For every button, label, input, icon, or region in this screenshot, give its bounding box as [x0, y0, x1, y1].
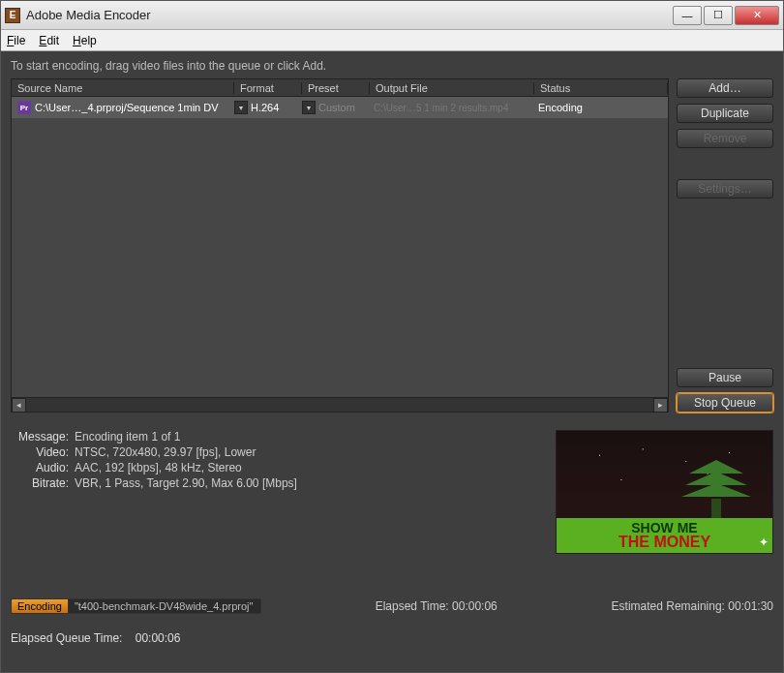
message-label: Message: [11, 430, 69, 444]
side-buttons: Add… Duplicate Remove Settings… Pause St… [677, 78, 773, 413]
nbc-logo-icon: ✦ [759, 535, 769, 549]
row-name: C:\User…_4.prproj/Sequence 1min DV [35, 102, 219, 113]
remaining-label: Estimated Remaining: [612, 599, 725, 613]
format-dropdown-icon[interactable]: ▾ [234, 101, 248, 114]
menu-edit[interactable]: Edit [39, 34, 59, 47]
bitrate-value: VBR, 1 Pass, Target 2.90, Max 6.00 [Mbps… [75, 476, 297, 490]
queue-elapsed-label: Elapsed Queue Time: [11, 631, 122, 645]
col-status[interactable]: Status [534, 82, 668, 94]
queue-row[interactable]: Pr C:\User…_4.prproj/Sequence 1min DV ▾ … [12, 97, 668, 118]
progress-row: Encoding "t400-benchmark-DV48wide_4.prpr… [11, 598, 773, 614]
menu-file[interactable]: File [7, 34, 25, 47]
queue-panel: Source Name Format Preset Output File St… [11, 78, 669, 413]
queue-elapsed-value: 00:00:06 [136, 631, 181, 645]
preview-text-2: THE MONEY [618, 535, 710, 550]
preview-thumbnail: SHOW ME THE MONEY ✦ [556, 430, 773, 554]
h-scrollbar[interactable]: ◂ ▸ [12, 397, 668, 412]
premiere-icon: Pr [17, 101, 31, 114]
menu-help[interactable]: Help [73, 34, 97, 47]
info-panel: Message:Encoding item 1 of 1 Video:NTSC,… [11, 430, 536, 554]
maximize-button[interactable]: ☐ [704, 6, 733, 25]
column-headers: Source Name Format Preset Output File St… [12, 79, 668, 97]
preview-text-1: SHOW ME [631, 521, 697, 535]
progress-file: "t400-benchmark-DV48wide_4.prproj" [68, 598, 261, 614]
close-button[interactable]: ✕ [735, 6, 779, 25]
duplicate-button[interactable]: Duplicate [677, 104, 773, 123]
audio-value: AAC, 192 [kbps], 48 kHz, Stereo [75, 461, 242, 474]
scroll-right-icon[interactable]: ▸ [653, 398, 668, 413]
col-preset[interactable]: Preset [302, 82, 370, 94]
bitrate-label: Bitrate: [11, 476, 69, 490]
row-format: H.264 [251, 102, 279, 113]
row-status: Encoding [534, 102, 668, 113]
progress-state: Encoding [11, 598, 68, 614]
add-button[interactable]: Add… [677, 78, 773, 98]
video-label: Video: [11, 445, 69, 459]
scroll-left-icon[interactable]: ◂ [12, 398, 26, 413]
row-output: C:\User…5 1 min 2 results.mp4 [370, 103, 534, 113]
settings-button: Settings… [677, 179, 773, 199]
minimize-button[interactable]: — [673, 6, 702, 25]
titlebar[interactable]: E Adobe Media Encoder — ☐ ✕ [1, 1, 783, 30]
elapsed-value: 00:00:06 [452, 599, 498, 613]
col-source-name[interactable]: Source Name [12, 82, 234, 94]
preset-dropdown-icon[interactable]: ▾ [302, 101, 316, 114]
app-icon: E [5, 8, 20, 23]
queue-elapsed: Elapsed Queue Time: 00:00:06 [11, 631, 773, 645]
audio-label: Audio: [11, 461, 69, 474]
col-output[interactable]: Output File [370, 82, 534, 94]
menubar: File Edit Help [1, 30, 783, 51]
pause-button[interactable]: Pause [677, 368, 773, 387]
message-value: Encoding item 1 of 1 [75, 430, 180, 444]
remove-button: Remove [677, 129, 773, 148]
hint-text: To start encoding, drag video files into… [11, 59, 773, 73]
window-title: Adobe Media Encoder [26, 8, 673, 22]
app-body: To start encoding, drag video files into… [1, 51, 783, 672]
col-format[interactable]: Format [234, 82, 302, 94]
remaining-value: 00:01:30 [728, 599, 773, 613]
elapsed-label: Elapsed Time: [376, 599, 449, 613]
row-preset: Custom [318, 102, 355, 113]
app-window: E Adobe Media Encoder — ☐ ✕ File Edit He… [0, 0, 784, 673]
video-value: NTSC, 720x480, 29.97 [fps], Lower [75, 445, 256, 459]
stop-queue-button[interactable]: Stop Queue [677, 393, 773, 413]
